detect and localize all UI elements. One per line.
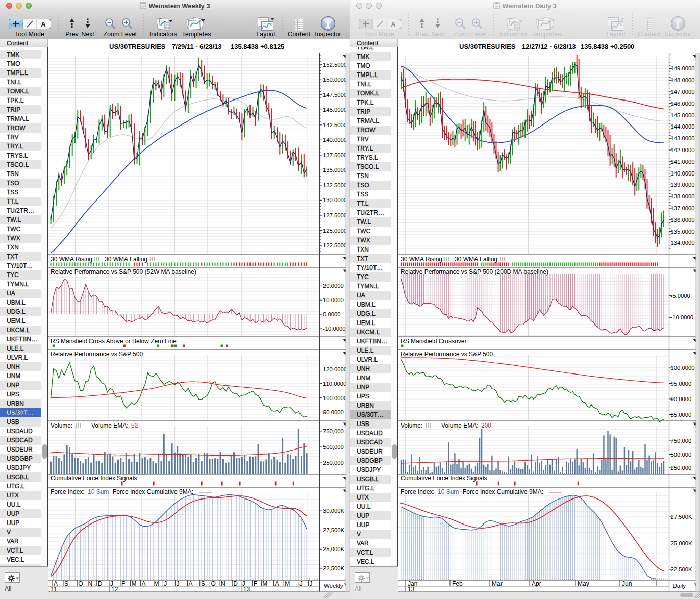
svg-text:Feb: Feb — [452, 580, 463, 587]
svg-text:Volume EMA:: Volume EMA: — [91, 422, 129, 429]
svg-text:Force Index:: Force Index: — [51, 488, 85, 495]
svg-text:O: O — [78, 580, 83, 587]
svg-text:22,500K: 22,500K — [323, 565, 345, 571]
svg-text:30 WMA Falling:: 30 WMA Falling: — [455, 256, 499, 263]
svg-text:J: J — [164, 580, 167, 587]
svg-text:143.0000: 143.0000 — [671, 135, 695, 141]
svg-text:A: A — [391, 20, 396, 28]
svg-text:Cumulative Force Index Signals: Cumulative Force Index Signals — [51, 475, 137, 482]
svg-text:25,000K: 25,000K — [323, 546, 345, 552]
svg-text:135.8438: 135.8438 — [231, 43, 258, 51]
svg-text:Daily: Daily — [673, 583, 686, 589]
svg-text:134.0000: 134.0000 — [671, 240, 695, 246]
svg-text:Inspector: Inspector — [665, 31, 691, 38]
svg-text:130.0000: 130.0000 — [323, 197, 347, 203]
svg-text:A: A — [141, 580, 145, 587]
svg-text:30 WMA Falling:: 30 WMA Falling: — [105, 256, 149, 263]
svg-text:27,500K: 27,500K — [671, 514, 693, 520]
svg-text:10 Sum: 10 Sum — [438, 488, 459, 495]
svg-text:M: M — [132, 580, 137, 587]
svg-text:85.0000: 85.0000 — [671, 412, 692, 418]
svg-text:52: 52 — [131, 422, 138, 429]
svg-text:12: 12 — [111, 586, 118, 593]
svg-text:152.5000: 152.5000 — [323, 62, 347, 68]
svg-text:100.0000: 100.0000 — [323, 395, 347, 401]
svg-text:750,000: 750,000 — [671, 438, 692, 444]
svg-text:7/29/11 - 6/28/13: 7/29/11 - 6/28/13 — [172, 43, 222, 51]
svg-text:250,000: 250,000 — [671, 465, 692, 471]
svg-text:122.5000: 122.5000 — [323, 242, 347, 248]
svg-text:Weekly: Weekly — [324, 583, 343, 589]
svg-text:200: 200 — [481, 422, 491, 429]
svg-text:S: S — [64, 580, 68, 587]
svg-text:30 WMA Rising:: 30 WMA Rising: — [401, 256, 444, 263]
svg-text:138.0000: 138.0000 — [671, 193, 695, 199]
svg-text:F: F — [121, 580, 125, 587]
svg-text:Relative Performance vs S&P 50: Relative Performance vs S&P 500 — [51, 351, 143, 358]
svg-text:A: A — [189, 580, 193, 587]
svg-text:25,000K: 25,000K — [671, 540, 693, 546]
svg-text:Layout: Layout — [606, 31, 626, 38]
svg-text:0.0000: 0.0000 — [323, 311, 341, 317]
svg-text:125.0000: 125.0000 — [323, 228, 347, 234]
svg-text:145.0000: 145.0000 — [671, 112, 695, 118]
svg-text:Apr: Apr — [532, 580, 541, 587]
svg-text:149.0000: 149.0000 — [671, 65, 695, 71]
svg-text:Prev: Prev — [65, 31, 79, 38]
svg-text:20.0000: 20.0000 — [323, 283, 344, 289]
svg-text:N: N — [88, 580, 93, 587]
svg-text:Content: Content — [288, 31, 310, 38]
svg-text:Zoom Level: Zoom Level — [453, 31, 486, 38]
svg-text:10 Sum: 10 Sum — [88, 488, 109, 495]
svg-text:M: M — [285, 580, 290, 587]
svg-text:Relative Performance vs S&P 50: Relative Performance vs S&P 500 (200D MA… — [401, 268, 548, 276]
svg-text:147.0000: 147.0000 — [671, 89, 695, 95]
svg-text:Cumulative Force Index Signals: Cumulative Force Index Signals — [401, 475, 487, 482]
svg-text:N: N — [221, 580, 226, 587]
svg-text:RS Mansfield Crossover: RS Mansfield Crossover — [401, 338, 466, 345]
svg-text:13: 13 — [243, 586, 251, 593]
svg-text:135.8438: 135.8438 — [581, 43, 608, 51]
svg-text:A: A — [274, 580, 279, 587]
svg-text:140.0000: 140.0000 — [323, 137, 347, 143]
svg-text:Tool Mode: Tool Mode — [15, 31, 44, 38]
svg-text:142.0000: 142.0000 — [671, 147, 695, 153]
svg-text:750,000: 750,000 — [323, 428, 344, 434]
svg-text:27,500K: 27,500K — [323, 527, 345, 533]
svg-text:140.0000: 140.0000 — [671, 170, 695, 177]
svg-text:RS Mansfield Cross Above or Be: RS Mansfield Cross Above or Below Zero L… — [51, 338, 177, 345]
svg-text:144.0000: 144.0000 — [671, 123, 695, 130]
svg-text:-5.0000: -5.0000 — [671, 293, 690, 299]
svg-text:F: F — [254, 580, 257, 587]
svg-text:11: 11 — [51, 586, 58, 593]
svg-text:500,000: 500,000 — [671, 452, 692, 458]
svg-text:Jun: Jun — [622, 580, 632, 587]
svg-text:12/27/12 - 6/28/13: 12/27/12 - 6/28/13 — [522, 43, 576, 51]
svg-text:90.0000: 90.0000 — [323, 409, 344, 415]
svg-text:135.0000: 135.0000 — [323, 167, 347, 173]
svg-text:Mar: Mar — [492, 580, 503, 587]
svg-text:Zoom Level: Zoom Level — [103, 31, 136, 38]
svg-text:Relative Performance vs S&P 50: Relative Performance vs S&P 500 (52W MA … — [51, 268, 196, 276]
svg-text:150.0000: 150.0000 — [323, 77, 347, 83]
svg-text:US/30TRESURIES: US/30TRESURIES — [459, 43, 516, 51]
svg-text:D: D — [98, 580, 103, 587]
svg-text:10.0000: 10.0000 — [323, 297, 344, 303]
svg-text:Content: Content — [638, 31, 660, 38]
svg-text:Force Index:: Force Index: — [401, 488, 435, 495]
svg-text:Volume:: Volume: — [401, 422, 422, 429]
svg-text:90.0000: 90.0000 — [671, 396, 692, 402]
svg-text:145.0000: 145.0000 — [323, 107, 347, 113]
svg-text:Templates: Templates — [182, 31, 211, 38]
svg-text:J: J — [176, 580, 179, 587]
svg-text:Volume:: Volume: — [51, 422, 72, 429]
svg-text:148.0000: 148.0000 — [671, 77, 695, 83]
svg-text:Force Index Cumulative 9MA:: Force Index Cumulative 9MA: — [113, 488, 193, 495]
svg-text:141.0000: 141.0000 — [671, 159, 695, 165]
svg-text:Next: Next — [431, 31, 444, 38]
svg-text:137.0000: 137.0000 — [671, 205, 695, 211]
svg-text:136.0000: 136.0000 — [671, 217, 695, 223]
svg-text:147.5000: 147.5000 — [323, 92, 347, 98]
svg-text:142.5000: 142.5000 — [323, 122, 347, 128]
svg-text:13: 13 — [408, 586, 415, 593]
